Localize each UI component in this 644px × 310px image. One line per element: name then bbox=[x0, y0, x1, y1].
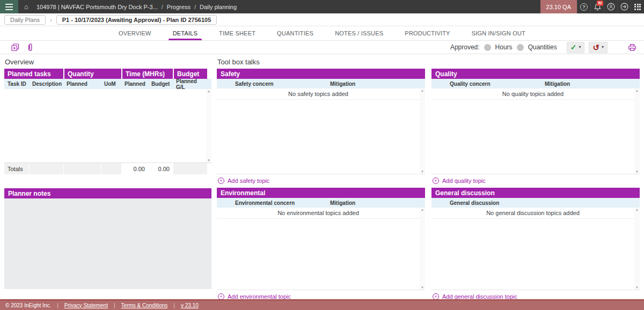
scroll-down-icon[interactable]: ▼ bbox=[635, 170, 639, 173]
tab-notes-issues[interactable]: NOTES / ISSUES bbox=[334, 26, 384, 40]
person-icon bbox=[607, 3, 615, 11]
safety-panel: Safety Safety concern Mitigation No safe… bbox=[217, 69, 425, 188]
copy-plus-icon bbox=[11, 43, 20, 52]
panel-scrollbar[interactable]: ▲ ▼ bbox=[634, 88, 640, 174]
scroll-down-icon[interactable]: ▼ bbox=[421, 170, 424, 173]
apps-grid-button[interactable] bbox=[631, 0, 644, 13]
add-environmental-topic-link[interactable]: + Add environmental topic bbox=[218, 293, 291, 299]
col-description: Description bbox=[29, 79, 63, 89]
overview-title: Overview bbox=[4, 55, 211, 69]
col-task-id: Task ID bbox=[4, 79, 29, 89]
sign-out-icon bbox=[620, 3, 628, 11]
notifications-button[interactable]: 52 bbox=[590, 0, 604, 13]
tab-quantities[interactable]: QUANTITIES bbox=[276, 26, 314, 40]
scroll-up-icon[interactable]: ▲ bbox=[635, 208, 639, 211]
scroll-up-icon[interactable]: ▲ bbox=[421, 89, 424, 92]
version-badge[interactable]: 23.10 QA bbox=[540, 0, 577, 13]
add-safety-topic-label: Add safety topic bbox=[228, 178, 269, 184]
approve-button[interactable]: ✓ ▾ bbox=[567, 42, 585, 53]
general-discussion-column-headers: General discussion bbox=[431, 198, 640, 208]
scroll-up-icon[interactable]: ▲ bbox=[635, 89, 639, 92]
general-discussion-panel-header: General discussion bbox=[431, 188, 640, 198]
add-general-discussion-topic-link[interactable]: + Add general discussion topic bbox=[433, 293, 517, 299]
general-discussion-panel: General discussion General discussion No… bbox=[431, 188, 640, 299]
quality-panel-body: No quality topics added ▲ ▼ bbox=[431, 88, 640, 174]
general-discussion-panel-body: No general discussion topics added ▲ ▼ bbox=[431, 208, 640, 290]
scroll-down-icon[interactable]: ▼ bbox=[207, 159, 210, 162]
group-time-mhrs: Time (MHRs) bbox=[122, 69, 173, 79]
breadcrumb: 104978 | NAVFAC Portsmouth Dry Dock P-3.… bbox=[36, 0, 237, 13]
chevron-down-icon: ▾ bbox=[602, 45, 604, 49]
hamburger-menu-icon[interactable] bbox=[0, 0, 18, 13]
plus-circle-icon: + bbox=[218, 293, 224, 299]
add-general-discussion-topic-label: Add general discussion topic bbox=[442, 293, 517, 299]
scroll-up-icon[interactable]: ▲ bbox=[207, 90, 210, 93]
undo-icon: ↺ bbox=[592, 43, 599, 51]
hours-approved-indicator[interactable] bbox=[484, 44, 491, 51]
copy-plan-button[interactable] bbox=[8, 43, 23, 52]
breadcrumb-section[interactable]: Progress bbox=[167, 4, 191, 10]
quantities-approved-indicator[interactable] bbox=[517, 44, 524, 51]
panel-scrollbar[interactable]: ▲ ▼ bbox=[634, 208, 640, 290]
table-scrollbar[interactable]: ▲ ▼ bbox=[206, 89, 211, 163]
unapprove-button[interactable]: ↺ ▾ bbox=[589, 42, 608, 53]
plus-circle-icon: + bbox=[218, 178, 224, 184]
quality-panel: Quality Quality concern Mitigation No qu… bbox=[431, 69, 640, 188]
col-mitigation: Mitigation bbox=[330, 79, 425, 88]
plan-title-chip[interactable]: P1 - 10/17/2023 (Awaiting Approval) - Pl… bbox=[56, 15, 217, 25]
tab-details[interactable]: DETAILS bbox=[172, 26, 199, 40]
add-quality-topic-link[interactable]: + Add quality topic bbox=[433, 178, 486, 184]
general-discussion-empty-message: No general discussion topics added bbox=[431, 208, 634, 219]
panel-scrollbar[interactable]: ▲ ▼ bbox=[420, 208, 425, 290]
tab-sign-in-out[interactable]: SIGN IN/SIGN OUT bbox=[471, 26, 526, 40]
scroll-down-icon[interactable]: ▼ bbox=[421, 286, 424, 289]
group-budget: Budget bbox=[174, 69, 207, 79]
privacy-statement-link[interactable]: Privacy Statement bbox=[64, 302, 108, 308]
toolbar: Approved: Hours Quantities ✓ ▾ ↺ ▾ bbox=[0, 41, 644, 54]
scroll-down-icon[interactable]: ▼ bbox=[635, 286, 639, 289]
panel-scrollbar[interactable]: ▲ ▼ bbox=[420, 88, 425, 174]
add-safety-topic-link[interactable]: + Add safety topic bbox=[218, 178, 269, 184]
col-planned-gl: Planned G/L bbox=[173, 79, 207, 89]
help-icon: ? bbox=[580, 3, 588, 11]
safety-panel-header: Safety bbox=[217, 69, 425, 79]
col-safety-concern: Safety concern bbox=[235, 79, 330, 88]
tab-productivity[interactable]: PRODUCTIVITY bbox=[404, 26, 451, 40]
table-group-headers: Planned tasks Quantity Time (MHRs) Budge… bbox=[4, 69, 211, 79]
quantities-label: Quantities bbox=[528, 43, 557, 51]
environmental-panel-body: No environmental topics added ▲ ▼ bbox=[217, 208, 425, 290]
chevron-down-icon: ▾ bbox=[579, 45, 581, 49]
safety-empty-message: No safety topics added bbox=[217, 88, 420, 100]
col-environmental-concern: Environmental concern bbox=[235, 198, 330, 208]
attachments-button[interactable] bbox=[23, 43, 38, 52]
version-link[interactable]: v 23.10 bbox=[181, 302, 199, 308]
hours-label: Hours bbox=[495, 43, 513, 51]
print-button[interactable] bbox=[628, 43, 636, 51]
tab-time-sheet[interactable]: TIME SHEET bbox=[218, 26, 257, 40]
col-time-budget: Budget bbox=[148, 79, 173, 89]
topbar-actions: 23.10 QA ? 52 bbox=[540, 0, 644, 13]
grid-icon bbox=[634, 4, 641, 10]
terms-conditions-link[interactable]: Terms & Conditions bbox=[121, 302, 168, 308]
app-root: ⌂ 104978 | NAVFAC Portsmouth Dry Dock P-… bbox=[0, 0, 644, 310]
environmental-panel-header: Environmental bbox=[217, 188, 425, 198]
notification-count-badge: 52 bbox=[597, 1, 603, 6]
footer: © 2023 InEight Inc. | Privacy Statement … bbox=[0, 299, 644, 310]
sign-out-button[interactable] bbox=[617, 0, 631, 13]
breadcrumb-project[interactable]: 104978 | NAVFAC Portsmouth Dry Dock P-3.… bbox=[36, 4, 158, 10]
col-quality-concern: Quality concern bbox=[450, 79, 545, 88]
account-button[interactable] bbox=[604, 0, 617, 13]
planner-notes-input[interactable] bbox=[4, 198, 211, 289]
table-column-headers: Task ID Description Planned UoM Planned … bbox=[4, 79, 211, 89]
daily-plans-back-button[interactable]: Daily Plans bbox=[4, 15, 46, 25]
scroll-up-icon[interactable]: ▲ bbox=[421, 208, 424, 211]
quality-column-headers: Quality concern Mitigation bbox=[431, 79, 640, 88]
home-icon[interactable]: ⌂ bbox=[18, 0, 34, 13]
totals-row: Totals 0.00 0.00 bbox=[4, 163, 211, 174]
help-button[interactable]: ? bbox=[577, 0, 590, 13]
quality-panel-header: Quality bbox=[431, 69, 640, 79]
quality-empty-message: No quality topics added bbox=[431, 88, 634, 100]
tab-overview[interactable]: OVERVIEW bbox=[118, 26, 152, 40]
col-time-planned: Planned bbox=[121, 79, 148, 89]
chevron-right-icon: › bbox=[50, 17, 52, 23]
